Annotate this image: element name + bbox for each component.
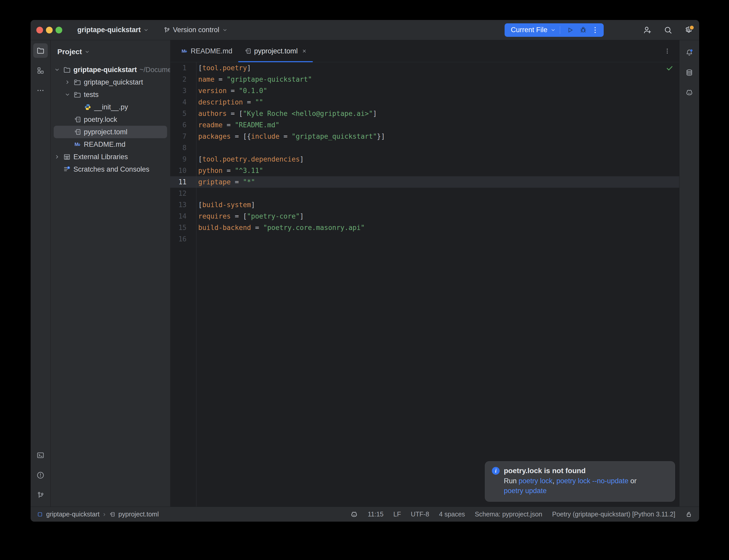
code-line-3[interactable]: 3version = "0.1.0" [170, 85, 679, 96]
chevron-down-icon[interactable] [54, 66, 63, 73]
minimize-window-button[interactable] [46, 27, 53, 33]
project-widget[interactable]: griptape-quickstart [77, 26, 149, 34]
inspections-ok-icon[interactable] [666, 64, 674, 72]
line-number: 6 [170, 119, 196, 131]
code-line-5[interactable]: 5authors = ["Kyle Roche <hello@griptape.… [170, 108, 679, 119]
svg-text:[T]: [T] [76, 118, 81, 122]
tree-item-scratches-and-consoles[interactable]: Scratches and Consoles [54, 163, 167, 176]
code-text: description = "" [196, 96, 263, 108]
code-line-4[interactable]: 4description = "" [170, 96, 679, 108]
notification-title: poetry.lock is not found [504, 467, 586, 475]
code-line-16[interactable]: 16 [170, 233, 679, 245]
status-items-host: 11:15LFUTF-84 spacesSchema: pyproject.js… [368, 510, 675, 518]
ellipsis-icon [36, 86, 45, 95]
tree-item-readme-md[interactable]: MREADME.md [54, 138, 167, 151]
chevron-spacer [64, 116, 73, 123]
code-line-8[interactable]: 8 [170, 142, 679, 153]
more-tools-button[interactable] [33, 83, 48, 98]
terminal-tool-button[interactable] [33, 448, 48, 463]
settings-gear-icon[interactable] [684, 25, 693, 35]
code-with-me-icon[interactable] [643, 25, 652, 35]
run-button-icon[interactable] [566, 26, 575, 34]
code-line-10[interactable]: 10python = "^3.11" [170, 165, 679, 176]
tree-item-griptape-quickstart[interactable]: griptape_quickstart [54, 76, 167, 88]
line-number: 14 [170, 211, 196, 222]
tree-item-tests[interactable]: tests [54, 88, 167, 101]
left-activity-bar [31, 40, 51, 507]
tab-label: README.md [191, 47, 232, 55]
run-widget: Current File [505, 23, 604, 37]
close-window-button[interactable] [36, 27, 43, 33]
tree-item-poetry-lock[interactable]: [T]poetry.lock [54, 113, 167, 126]
status-item[interactable]: 4 spaces [439, 510, 465, 518]
chevron-down-icon [143, 27, 149, 33]
status-item[interactable]: UTF-8 [411, 510, 429, 518]
chevron-right-icon[interactable] [54, 153, 63, 160]
tree-item-external-libraries[interactable]: External Libraries [54, 151, 167, 163]
status-item[interactable]: Schema: pyproject.json [475, 510, 542, 518]
tab-pyproject[interactable]: [T] pyproject.toml [238, 40, 313, 62]
toml-file-icon: [T] [244, 47, 252, 55]
copilot-status-icon[interactable] [350, 510, 358, 518]
debug-button-icon[interactable] [579, 26, 588, 34]
code-line-2[interactable]: 2name = "griptape-quickstart" [170, 74, 679, 85]
svg-text:[T]: [T] [76, 131, 81, 134]
tab-readme[interactable]: M README.md [175, 40, 238, 62]
problems-tool-button[interactable] [33, 468, 48, 482]
git-tool-button[interactable] [33, 488, 48, 502]
folder-icon [36, 46, 45, 55]
code-line-12[interactable]: 12 [170, 188, 679, 199]
search-icon[interactable] [663, 25, 673, 35]
status-item[interactable]: Poetry (griptape-quickstart) [Python 3.1… [552, 510, 675, 518]
code-line-9[interactable]: 9[tool.poetry.dependencies] [170, 153, 679, 165]
database-tool-button[interactable] [682, 65, 697, 80]
close-tab-icon[interactable] [301, 48, 307, 54]
tree-item-label: README.md [84, 141, 126, 149]
notification-link[interactable]: poetry lock [519, 477, 553, 485]
code-lines: 1[tool.poetry]2name = "griptape-quicksta… [170, 62, 679, 245]
tab-options-icon[interactable] [664, 47, 671, 55]
code-line-6[interactable]: 6readme = "README.md" [170, 119, 679, 131]
svg-text:M: M [74, 142, 78, 147]
svg-text:[T]: [T] [111, 513, 115, 516]
notification-link[interactable]: poetry update [504, 487, 547, 495]
chevron-right-icon[interactable] [64, 79, 73, 86]
notification-body: Run poetry lock, poetry lock --no-update… [504, 476, 668, 496]
ide-window: griptape-quickstart Version control Curr… [31, 20, 699, 522]
ai-assistant-tool-button[interactable] [682, 85, 697, 100]
terminal-icon [36, 451, 45, 459]
status-widgets: 11:15LFUTF-84 spacesSchema: pyproject.js… [350, 510, 692, 518]
project-panel: Project griptape-quickstart~/Documegript… [51, 40, 170, 507]
code-editor[interactable]: 1[tool.poetry]2name = "griptape-quicksta… [170, 62, 679, 507]
code-line-13[interactable]: 13[build-system] [170, 199, 679, 211]
vcs-widget[interactable]: Version control [163, 26, 228, 34]
zoom-window-button[interactable] [55, 27, 62, 33]
code-line-14[interactable]: 14requires = ["poetry-core"] [170, 211, 679, 222]
structure-tool-button[interactable] [33, 63, 48, 78]
git-branch-icon [36, 491, 45, 499]
markdown-icon: M [73, 141, 81, 148]
tree-item-pyproject-toml[interactable]: [T]pyproject.toml [54, 126, 167, 138]
code-line-7[interactable]: 7packages = [{include = "griptape_quicks… [170, 131, 679, 142]
code-line-11[interactable]: 11griptape = "*" [170, 176, 679, 188]
code-text: griptape = "*" [196, 176, 255, 188]
run-config-selector[interactable]: Current File [511, 26, 547, 34]
unlocked-icon[interactable] [685, 511, 692, 518]
chevron-down-icon[interactable] [64, 91, 73, 98]
settings-update-badge [689, 25, 695, 30]
tree-item-griptape-quickstart[interactable]: griptape-quickstart~/Docume [54, 64, 167, 76]
code-line-15[interactable]: 15build-backend = "poetry.core.masonry.a… [170, 222, 679, 233]
status-item[interactable]: 11:15 [368, 510, 384, 518]
project-panel-header[interactable]: Project [51, 40, 170, 64]
line-number: 12 [170, 188, 196, 199]
breadcrumb-file[interactable]: pyproject.toml [118, 510, 159, 518]
project-tool-button[interactable] [33, 43, 48, 58]
breadcrumb-project[interactable]: griptape-quickstart [46, 510, 100, 518]
more-run-options-icon[interactable] [591, 26, 600, 34]
notifications-tool-button[interactable] [682, 45, 697, 60]
notification-link[interactable]: poetry lock --no-update [557, 477, 629, 485]
tree-item--init-py[interactable]: __init__.py [54, 101, 167, 113]
status-item[interactable]: LF [393, 510, 401, 518]
code-line-1[interactable]: 1[tool.poetry] [170, 62, 679, 74]
chevron-down-icon[interactable] [550, 27, 556, 33]
